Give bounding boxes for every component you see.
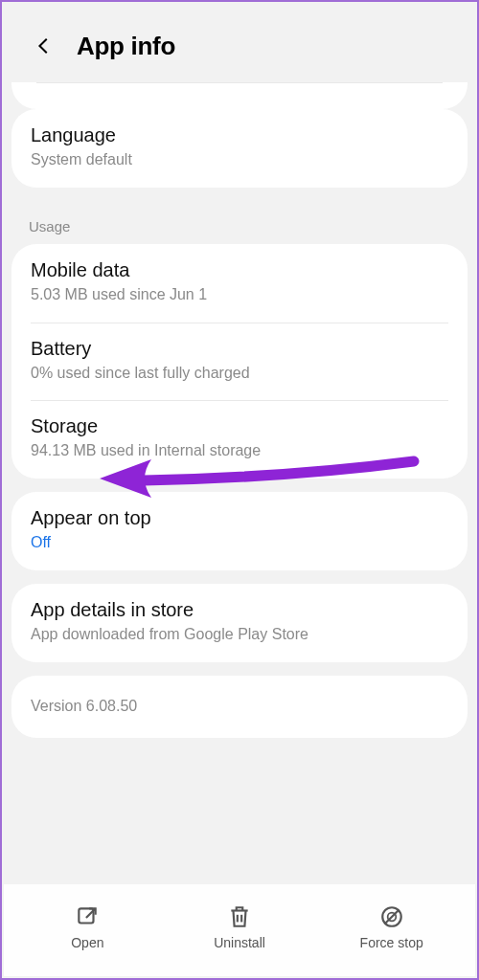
battery-row[interactable]: Battery 0% used since last fully charged	[11, 323, 468, 401]
storage-row[interactable]: Storage 94.13 MB used in Internal storag…	[11, 400, 468, 479]
bottom-action-bar: Open Uninstall Force stop	[4, 884, 475, 976]
open-button[interactable]: Open	[11, 904, 164, 950]
svg-rect-0	[80, 908, 94, 923]
force-stop-button[interactable]: Force stop	[315, 904, 468, 950]
language-row[interactable]: Language System default	[11, 109, 468, 188]
svg-line-3	[384, 909, 399, 924]
open-label: Open	[71, 935, 103, 950]
open-icon	[75, 904, 100, 929]
storage-sub: 94.13 MB used in Internal storage	[31, 441, 448, 461]
language-value: System default	[31, 150, 448, 170]
usage-section-label: Usage	[2, 201, 477, 244]
battery-sub: 0% used since last fully charged	[31, 364, 448, 384]
appear-on-top-value: Off	[31, 533, 448, 553]
uninstall-button[interactable]: Uninstall	[164, 904, 316, 950]
app-details-sub: App downloaded from Google Play Store	[31, 625, 448, 645]
storage-title: Storage	[31, 415, 448, 437]
appear-on-top-title: Appear on top	[31, 507, 448, 529]
back-button[interactable]	[29, 31, 59, 61]
previous-card-peek	[11, 82, 468, 109]
page-title: App info	[77, 32, 175, 61]
version-row: Version 6.08.50	[11, 676, 468, 738]
chevron-left-icon	[34, 35, 55, 56]
app-details-row[interactable]: App details in store App downloaded from…	[11, 584, 468, 662]
stop-icon	[379, 904, 404, 929]
uninstall-label: Uninstall	[214, 935, 265, 950]
battery-title: Battery	[31, 338, 448, 360]
mobile-data-sub: 5.03 MB used since Jun 1	[31, 285, 448, 305]
version-text: Version 6.08.50	[31, 697, 448, 717]
language-title: Language	[31, 124, 448, 146]
app-details-title: App details in store	[31, 599, 448, 621]
appear-on-top-row[interactable]: Appear on top Off	[11, 492, 468, 570]
trash-icon	[227, 904, 252, 929]
force-stop-label: Force stop	[360, 935, 423, 950]
mobile-data-title: Mobile data	[31, 259, 448, 281]
mobile-data-row[interactable]: Mobile data 5.03 MB used since Jun 1	[11, 244, 468, 323]
